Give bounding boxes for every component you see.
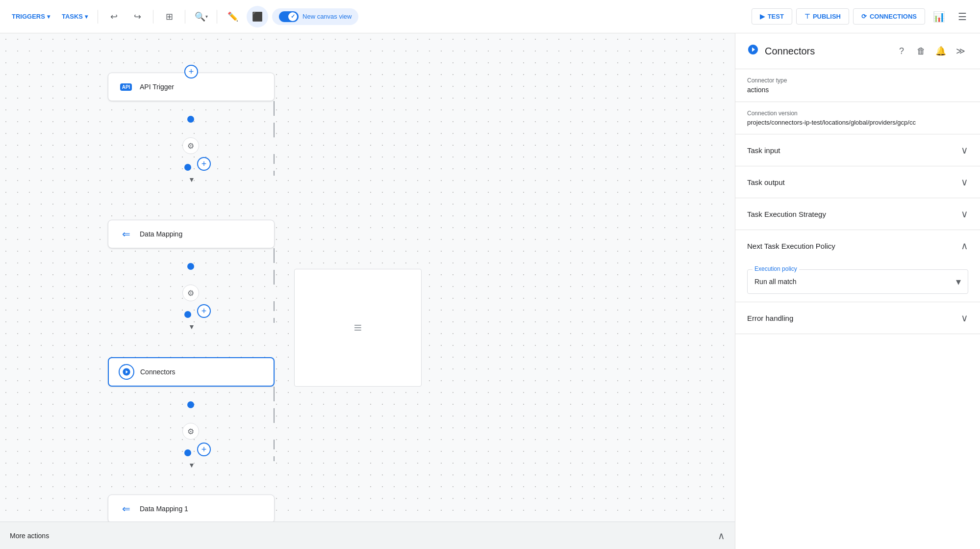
test-button[interactable]: ▶ TEST: [752, 8, 792, 25]
task-execution-strategy-chevron-icon: ∨: [961, 208, 968, 220]
collapse-panel-icon[interactable]: ≫: [953, 43, 968, 59]
api-badge: API: [120, 83, 132, 91]
data-mapping-label: Data Mapping: [140, 230, 182, 238]
edit-icon: ✏️: [227, 11, 238, 22]
panel-title: Connectors: [765, 46, 888, 57]
separator-3: [185, 10, 185, 24]
gear-1[interactable]: ⚙: [182, 137, 199, 154]
panel-actions: ? 🗑 🔔 ≫: [894, 43, 968, 59]
redo-button[interactable]: ↪: [127, 7, 147, 26]
connectors-node[interactable]: Connectors: [108, 357, 275, 387]
arrow-3: ▼: [188, 461, 355, 469]
canvas-area[interactable]: + API API Trigger ⚙ +: [0, 33, 735, 549]
line-7: [274, 301, 275, 311]
task-output-label: Task output: [747, 178, 785, 186]
zoom-icon: 🔍: [195, 11, 205, 22]
error-handling-label: Error handling: [747, 314, 793, 322]
separator-1: [98, 10, 98, 24]
gear-3[interactable]: ⚙: [182, 423, 199, 440]
dot-3: [187, 263, 194, 270]
task-output-accordion: Task output ∨: [735, 166, 980, 198]
bottom-bar-chevron-up[interactable]: ∧: [718, 530, 725, 542]
layout-icon: ⊞: [166, 11, 173, 22]
triggers-label: TRIGGERS: [12, 13, 45, 20]
analytics-button[interactable]: 📊: [929, 7, 949, 26]
execution-policy-value: Run all match: [754, 278, 797, 286]
zoom-chevron: ▾: [205, 14, 208, 19]
data-mapping-1-icon: ⇐: [122, 503, 130, 515]
task-execution-strategy-header[interactable]: Task Execution Strategy ∨: [735, 198, 980, 230]
layout-button[interactable]: ⊞: [159, 7, 179, 26]
dot-2: [184, 164, 191, 171]
triggers-menu[interactable]: TRIGGERS ▾: [8, 10, 54, 23]
line-2: [274, 123, 275, 137]
dot-6: [184, 449, 191, 456]
next-task-execution-policy-label: Next Task Execution Policy: [747, 242, 835, 250]
main-menu-button[interactable]: ☰: [953, 7, 972, 26]
dot-4: [184, 311, 191, 318]
redo-icon: ↪: [134, 11, 141, 22]
gear-2[interactable]: ⚙: [182, 285, 199, 301]
bell-icon[interactable]: 🔔: [933, 43, 949, 59]
data-mapping-node[interactable]: ⇐ Data Mapping: [108, 220, 275, 248]
line-8: [274, 318, 275, 323]
info-card: ≡: [294, 269, 422, 387]
connection-version-section: Connection version projects/connectors-i…: [735, 102, 980, 134]
connections-icon: ⟳: [861, 13, 867, 20]
api-trigger-icon: API: [118, 79, 134, 95]
execution-policy-select[interactable]: Execution policy Run all match ▾: [747, 269, 968, 294]
data-mapping-1-node[interactable]: ⇐ Data Mapping 1: [108, 495, 275, 523]
help-icon[interactable]: ?: [894, 43, 909, 59]
tasks-menu[interactable]: TASKS ▾: [58, 10, 92, 23]
error-handling-header[interactable]: Error handling ∨: [735, 302, 980, 334]
connector-type-value: actions: [747, 86, 958, 94]
test-label: TEST: [768, 13, 784, 20]
next-task-execution-policy-header[interactable]: Next Task Execution Policy ∧: [735, 230, 980, 261]
data-mapping-container: ⇐ Data Mapping ⚙ + ▼: [108, 220, 275, 331]
canvas-toggle[interactable]: New canvas view: [272, 8, 358, 25]
info-card-lines-icon: ≡: [354, 320, 362, 336]
zoom-button[interactable]: 🔍 ▾: [191, 7, 211, 26]
undo-button[interactable]: ↩: [104, 7, 124, 26]
undo-icon: ↩: [110, 11, 118, 22]
task-input-accordion: Task input ∨: [735, 134, 980, 166]
publish-icon: ⊤: [804, 13, 810, 20]
dot-1: [187, 116, 194, 123]
add-after-datamapping-button[interactable]: +: [197, 304, 211, 318]
task-execution-strategy-label: Task Execution Strategy: [747, 210, 826, 218]
connections-button[interactable]: ⟳ CONNECTIONS: [853, 8, 925, 25]
line-11: [274, 440, 275, 449]
edit-button[interactable]: ✏️: [223, 7, 243, 26]
toggle-switch[interactable]: [279, 11, 299, 22]
add-after-trigger-button[interactable]: +: [197, 157, 211, 171]
dot-5: [187, 401, 194, 408]
publish-button[interactable]: ⊤ PUBLISH: [796, 8, 849, 25]
publish-label: PUBLISH: [813, 13, 841, 20]
task-output-header[interactable]: Task output ∨: [735, 166, 980, 198]
error-handling-accordion: Error handling ∨: [735, 302, 980, 334]
data-mapping-1-label: Data Mapping 1: [140, 505, 188, 513]
connector-type-label: Connector type: [747, 77, 968, 84]
separator-2: [153, 10, 153, 24]
panel-header: Connectors ? 🗑 🔔 ≫: [735, 33, 980, 69]
hamburger-icon: ☰: [958, 11, 967, 23]
api-trigger-container: + API API Trigger ⚙ +: [108, 73, 275, 183]
canvas-view-icon-button[interactable]: ⬛: [247, 6, 268, 27]
add-after-connectors-button[interactable]: +: [197, 443, 211, 456]
canvas-icon: ⬛: [252, 11, 263, 22]
execution-policy-dropdown-icon: ▾: [956, 276, 961, 288]
tasks-label: TASKS: [62, 13, 83, 20]
task-input-chevron-icon: ∨: [961, 144, 968, 156]
chart-icon: 📊: [933, 11, 945, 23]
api-trigger-label: API Trigger: [140, 83, 174, 91]
delete-icon[interactable]: 🗑: [913, 43, 929, 59]
toolbar: TRIGGERS ▾ TASKS ▾ ↩ ↪ ⊞ 🔍 ▾ ✏️ ⬛ New ca…: [0, 0, 980, 33]
next-task-execution-policy-section: Next Task Execution Policy ∧ Execution p…: [735, 230, 980, 302]
line-10: [274, 408, 275, 423]
canvas-view-label: New canvas view: [302, 13, 352, 20]
task-input-header[interactable]: Task input ∨: [735, 134, 980, 166]
connectors-container: Connectors ⚙ + ▼: [108, 357, 275, 469]
tasks-chevron-icon: ▾: [85, 13, 88, 20]
more-actions-label: More actions: [10, 532, 49, 540]
add-before-trigger-button[interactable]: +: [184, 65, 198, 78]
